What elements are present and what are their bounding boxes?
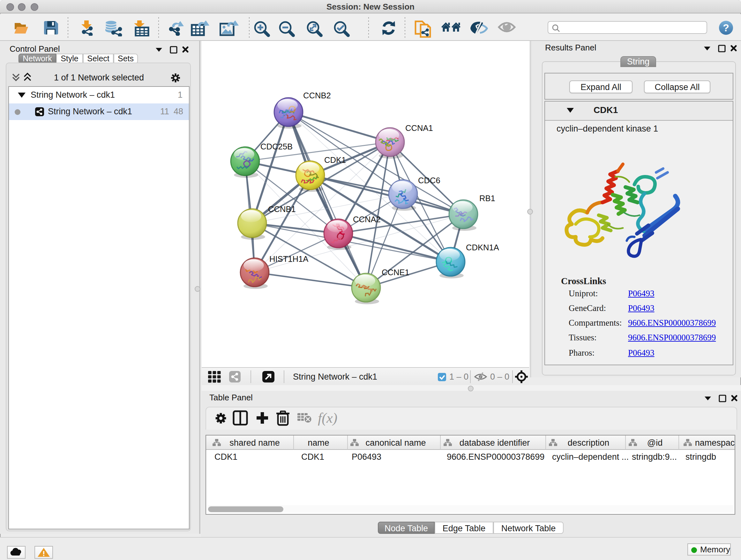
svg-text:@id: @id (647, 438, 663, 448)
svg-text:CDC6: CDC6 (418, 176, 441, 185)
svg-text:CCNA2: CCNA2 (353, 215, 381, 224)
svg-text:0 – 0: 0 – 0 (490, 372, 509, 381)
svg-text:CDC25B: CDC25B (260, 142, 293, 151)
svg-text:cyclin–dependent ...: cyclin–dependent ... (552, 452, 629, 462)
svg-text:1 – 0: 1 – 0 (449, 372, 468, 381)
svg-text:CDK1: CDK1 (301, 452, 324, 462)
svg-text:shared name: shared name (229, 438, 280, 448)
svg-text:CDK1: CDK1 (324, 155, 346, 165)
svg-text:CCNE1: CCNE1 (382, 268, 409, 277)
svg-text:CCNB2: CCNB2 (303, 91, 331, 100)
svg-text:CCNB1: CCNB1 (268, 205, 296, 213)
svg-text:stringdb: stringdb (685, 452, 716, 462)
svg-text:HIST1H1A: HIST1H1A (269, 254, 309, 263)
svg-text:stringdb:9...: stringdb:9... (632, 452, 677, 462)
svg-text:String Network – cdk1: String Network – cdk1 (293, 372, 377, 381)
svg-text:canonical name: canonical name (365, 438, 426, 448)
svg-text:RB1: RB1 (479, 194, 495, 203)
svg-text:P06493: P06493 (352, 452, 381, 462)
svg-text:CDKN1A: CDKN1A (466, 243, 499, 252)
svg-text:namespac: namespac (695, 438, 735, 448)
svg-text:database identifier: database identifier (460, 438, 530, 448)
svg-text:name: name (308, 438, 329, 448)
svg-text:9606.ENSP00000378699: 9606.ENSP00000378699 (447, 452, 544, 462)
svg-text:description: description (568, 438, 610, 448)
svg-text:1 of 1 Network selected: 1 of 1 Network selected (54, 73, 144, 82)
svg-text:?: ? (723, 22, 729, 34)
svg-text:CCNA1: CCNA1 (405, 124, 433, 132)
svg-text:CDK1: CDK1 (214, 452, 238, 462)
svg-text:f(x): f(x) (318, 410, 337, 426)
